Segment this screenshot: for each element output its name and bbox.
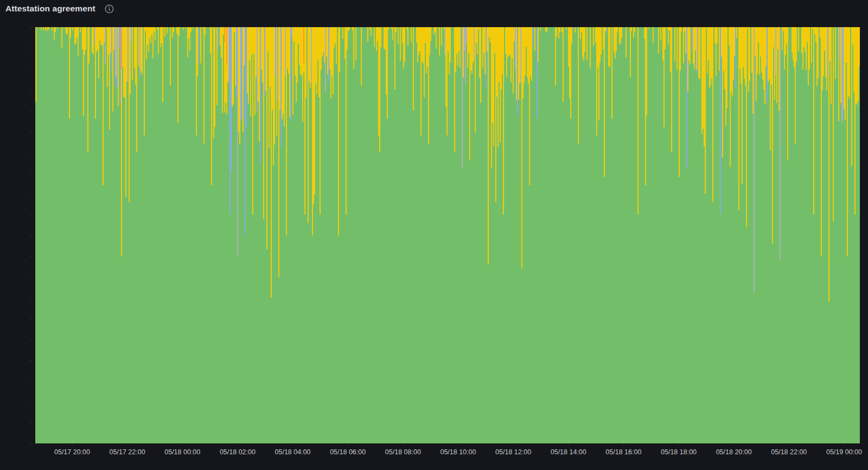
y-axis-tick	[30, 402, 33, 402]
plot-area[interactable]	[35, 27, 860, 443]
x-axis-tick	[403, 444, 404, 446]
x-axis-label: 05/18 02:00	[220, 448, 256, 456]
x-axis-label: 05/18 04:00	[275, 448, 311, 456]
x-axis-label: 05/18 14:00	[551, 448, 586, 456]
info-icon[interactable]	[105, 4, 114, 14]
y-axis-tick	[30, 131, 33, 132]
y-axis-tick	[30, 90, 33, 90]
x-axis-tick	[127, 444, 128, 446]
x-axis-label: 05/18 16:00	[605, 448, 641, 456]
attestation-chart-canvas[interactable]	[35, 27, 860, 443]
x-axis-label: 05/18 10:00	[440, 448, 476, 456]
y-axis-tick	[30, 298, 33, 298]
x-axis-label: 05/18 18:00	[661, 448, 697, 456]
x-axis-tick	[623, 444, 624, 446]
y-axis-tick	[30, 381, 33, 382]
panel-header: Attestation agreement	[0, 0, 868, 17]
x-axis-tick	[844, 444, 845, 446]
y-axis-tick	[30, 173, 33, 173]
x-axis-tick	[72, 444, 73, 446]
x-axis-tick	[293, 444, 293, 446]
x-axis-label: 05/18 00:00	[164, 448, 200, 456]
x-axis-tick	[182, 444, 183, 446]
x-axis-tick	[458, 444, 458, 446]
y-axis-tick	[30, 48, 33, 48]
x-axis-tick	[679, 444, 679, 446]
x-axis-label: 05/17 22:00	[110, 448, 145, 456]
y-axis-tick	[30, 423, 33, 423]
y-axis-tick	[30, 236, 33, 236]
y-axis-tick	[30, 27, 33, 28]
x-axis-label: 05/18 20:00	[716, 448, 752, 456]
x-axis-tick	[348, 444, 348, 446]
x-axis-label: 05/18 06:00	[330, 448, 366, 456]
y-axis-tick	[30, 194, 33, 194]
x-axis-tick	[789, 444, 789, 446]
y-axis-tick	[30, 443, 33, 444]
attestation-agreement-panel: Attestation agreement 0%5%10%15%20%25%30…	[0, 0, 868, 470]
x-axis-label: 05/19 00:00	[826, 448, 862, 456]
y-axis-tick	[30, 214, 33, 215]
x-axis-tick	[569, 444, 569, 446]
y-axis: 0%5%10%15%20%25%30%35%40%45%50%55%60%65%…	[0, 0, 33, 470]
y-axis-tick	[30, 152, 33, 153]
y-axis-tick	[30, 277, 33, 277]
y-axis-tick	[30, 319, 33, 319]
x-axis-label: 05/18 22:00	[771, 448, 807, 456]
x-axis-label: 05/18 08:00	[385, 448, 421, 456]
y-axis-tick	[30, 339, 33, 340]
x-axis-tick	[734, 444, 735, 446]
y-axis-tick	[30, 360, 33, 361]
x-axis-tick	[238, 444, 238, 446]
y-axis-tick	[30, 69, 33, 69]
x-axis-label: 05/18 12:00	[495, 448, 531, 456]
x-axis-label: 05/17 20:00	[54, 448, 90, 456]
x-axis-tick	[513, 444, 514, 446]
y-axis-tick	[30, 256, 33, 257]
y-axis-tick	[30, 110, 33, 111]
